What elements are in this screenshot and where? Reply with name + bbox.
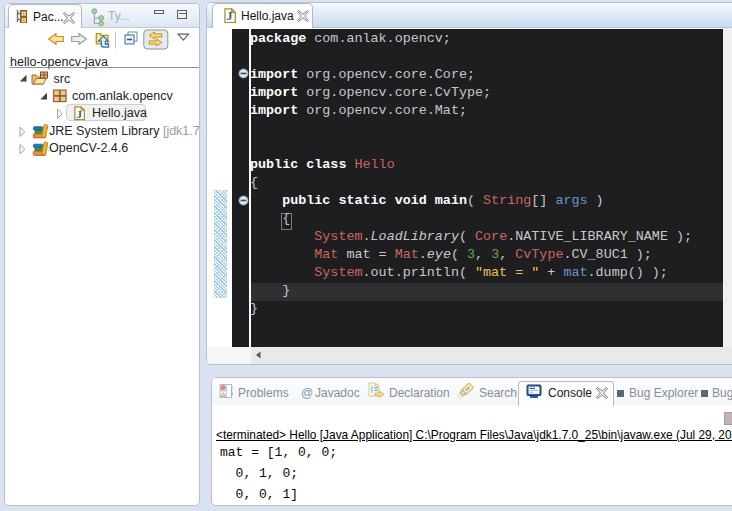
svg-text:J: J (226, 10, 232, 23)
svg-text:J: J (77, 108, 83, 120)
